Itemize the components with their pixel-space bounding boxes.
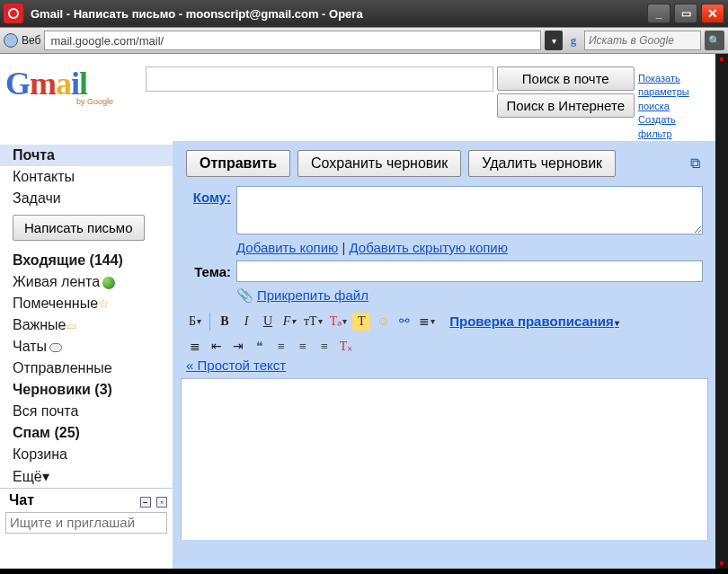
window-maximize-button[interactable]: ▭ xyxy=(674,4,697,23)
underline-button[interactable]: U xyxy=(259,313,277,331)
send-button[interactable]: Отправить xyxy=(186,150,290,177)
window-close-button[interactable]: ✕ xyxy=(701,4,724,23)
remove-formatting-button[interactable]: Tₓ xyxy=(337,338,355,356)
sidebar-item-inbox[interactable]: Входящие (144) xyxy=(0,250,173,271)
chat-search-input[interactable] xyxy=(5,512,167,534)
formatting-toolbar: Б B I U F тТ Tₐ T ☺ ⚯ ≣ Проверка правопи… xyxy=(173,309,715,358)
search-web-button[interactable]: Поиск в Интернете xyxy=(497,93,635,118)
italic-button[interactable]: I xyxy=(237,313,255,331)
align-right-button[interactable]: ≡ xyxy=(315,338,333,356)
sidebar-item-tasks[interactable]: Задачи xyxy=(0,188,173,209)
highlight-button[interactable]: T xyxy=(352,313,370,331)
gmail-logo: Gmail by Google xyxy=(5,59,140,106)
chat-bubble-icon xyxy=(49,343,62,352)
search-go-button[interactable]: 🔍 xyxy=(705,31,724,50)
align-left-button[interactable]: ≡ xyxy=(272,338,290,356)
bold-button[interactable]: B xyxy=(216,313,234,331)
save-draft-button[interactable]: Сохранить черновик xyxy=(297,150,461,177)
numbered-list-button[interactable]: ≣ xyxy=(417,313,437,331)
font-face-button[interactable]: F xyxy=(280,313,298,331)
to-label-link[interactable]: Кому: xyxy=(193,190,231,205)
sidebar-item-drafts[interactable]: Черновики (3) xyxy=(0,379,173,401)
chat-expand-button[interactable]: ▫ xyxy=(156,497,167,508)
compose-pane: Отправить Сохранить черновик Удалить чер… xyxy=(173,141,715,569)
sidebar-item-allmail[interactable]: Вся почта xyxy=(0,401,173,422)
sidebar-item-contacts[interactable]: Контакты xyxy=(0,166,173,188)
gmail-search-input[interactable] xyxy=(146,66,493,92)
window-titlebar: Gmail - Написать письмо - moonscript@gma… xyxy=(0,0,728,27)
sidebar-item-buzz[interactable]: Живая лента xyxy=(0,271,173,293)
important-icon: ▭ xyxy=(67,320,76,332)
sidebar-item-sent[interactable]: Отправленные xyxy=(0,358,173,379)
sidebar-item-mail[interactable]: Почта xyxy=(0,145,173,166)
opera-menu-button[interactable] xyxy=(4,4,23,23)
to-input[interactable] xyxy=(236,186,703,234)
align-center-button[interactable]: ≡ xyxy=(294,338,312,356)
show-search-options-link[interactable]: Показать параметры поиска xyxy=(638,72,710,113)
sidebar-item-spam[interactable]: Спам (25) xyxy=(0,422,173,444)
sidebar-item-important[interactable]: Важные▭ xyxy=(0,314,173,336)
window-minimize-button[interactable]: _ xyxy=(647,4,670,23)
popout-icon[interactable]: ⧉ xyxy=(690,155,706,172)
sidebar-item-starred[interactable]: Помеченные☆ xyxy=(0,293,173,314)
subject-input[interactable] xyxy=(236,261,703,282)
sidebar-item-chats[interactable]: Чаты xyxy=(0,336,173,358)
compose-button[interactable]: Написать письмо xyxy=(13,215,145,241)
url-input[interactable] xyxy=(44,31,541,50)
vertical-scrollbar[interactable] xyxy=(715,54,728,569)
sidebar: Почта Контакты Задачи Написать письмо Вх… xyxy=(0,141,173,569)
add-bcc-link[interactable]: Добавить скрытую копию xyxy=(350,240,508,255)
star-icon: ☆ xyxy=(98,296,110,311)
plain-text-link[interactable]: « Простой текст xyxy=(186,358,286,373)
font-family-button[interactable]: Б xyxy=(186,313,204,331)
discard-button[interactable]: Удалить черновик xyxy=(468,150,616,177)
attach-file-link[interactable]: Прикрепить файл xyxy=(257,287,368,303)
search-mail-button[interactable]: Поиск в почте xyxy=(497,66,635,91)
chat-section-header: Чат – ▫ xyxy=(0,488,173,510)
browser-search-input[interactable] xyxy=(584,31,701,50)
globe-icon xyxy=(4,33,18,48)
address-bar: Веб ▾ g 🔍 xyxy=(0,27,728,54)
address-label: Веб xyxy=(22,34,40,47)
quote-button[interactable]: ❝ xyxy=(251,338,269,356)
rss-icon[interactable]: ▾ xyxy=(545,31,563,50)
google-search-engine-icon[interactable]: g xyxy=(566,33,581,48)
indent-button[interactable]: ⇥ xyxy=(229,338,247,356)
outdent-button[interactable]: ⇤ xyxy=(208,338,226,356)
spellcheck-link[interactable]: Проверка правописания xyxy=(449,313,619,329)
buzz-icon xyxy=(102,277,115,289)
paperclip-icon: 📎 xyxy=(236,287,253,304)
sidebar-item-trash[interactable]: Корзина xyxy=(0,444,173,465)
font-size-button[interactable]: тТ xyxy=(302,313,324,331)
sidebar-item-more[interactable]: Ещё▾ xyxy=(0,465,173,488)
emoji-button[interactable]: ☺ xyxy=(374,313,392,331)
add-cc-link[interactable]: Добавить копию xyxy=(236,240,338,255)
text-color-button[interactable]: Tₐ xyxy=(328,313,350,331)
chat-collapse-button[interactable]: – xyxy=(140,497,151,508)
insert-link-button[interactable]: ⚯ xyxy=(395,313,413,331)
bullet-list-button[interactable]: ≣ xyxy=(186,338,204,356)
create-filter-link[interactable]: Создать фильтр xyxy=(638,113,710,141)
subject-label: Тема: xyxy=(186,261,231,279)
window-title: Gmail - Написать письмо - moonscript@gma… xyxy=(31,7,647,21)
message-body-input[interactable] xyxy=(181,378,708,540)
